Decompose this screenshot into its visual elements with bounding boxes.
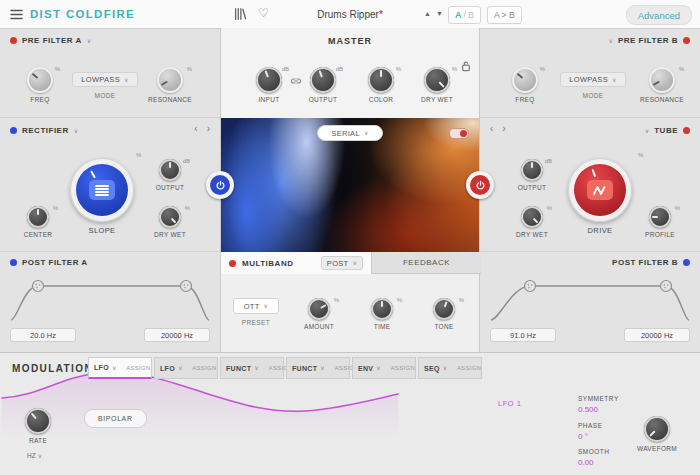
mod-tab-lfo-1[interactable]: LFO ∨ ASSIGN xyxy=(88,357,152,379)
post-filter-b-low-freq-value[interactable]: 91.0 Hz xyxy=(490,328,556,342)
knob-indicator xyxy=(32,73,39,79)
chevron-down-icon[interactable]: ∨ xyxy=(74,128,78,134)
tab-label: LFO xyxy=(160,365,175,372)
post-filter-a-low-freq-value[interactable]: 20.0 Hz xyxy=(10,328,76,342)
knob-indicator xyxy=(444,301,448,307)
phase-value[interactable]: 0 ° xyxy=(578,432,588,441)
mod-tab-seq[interactable]: SEQ ∨ ASSIGN xyxy=(418,357,482,379)
pre-filter-b-freq-knob[interactable] xyxy=(512,67,538,93)
fx-tone-knob[interactable] xyxy=(433,298,455,320)
mod-tab-lfo-2[interactable]: LFO ∨ ASSIGN xyxy=(154,357,218,379)
rate-unit-dropdown[interactable]: HZ ∨ xyxy=(27,452,42,459)
pre-filter-b-resonance-knob[interactable] xyxy=(649,67,675,93)
slope-knob[interactable] xyxy=(70,158,134,222)
slope-label: SLOPE xyxy=(62,226,142,235)
tube-power-button[interactable] xyxy=(466,171,494,199)
knob-indicator xyxy=(649,430,655,436)
main-menu-button[interactable] xyxy=(10,9,23,20)
chevron-down-icon[interactable]: ∨ xyxy=(87,38,91,44)
preset-name[interactable]: Drums Ripper* xyxy=(285,0,415,28)
assign-label[interactable]: ASSIGN xyxy=(192,365,216,371)
preset-prev-button[interactable]: ▲ xyxy=(424,10,431,17)
knob-indicator xyxy=(592,169,597,177)
knob-indicator xyxy=(320,304,326,309)
post-filter-a-curve-display[interactable] xyxy=(8,276,212,324)
pre-filter-a-resonance-knob[interactable] xyxy=(157,67,183,93)
multiband-tab[interactable]: MULTIBAND POST ∨ xyxy=(221,252,371,274)
routing-mode-dropdown[interactable]: SERIAL ∨ xyxy=(317,125,383,141)
master-drywet-knob[interactable] xyxy=(424,67,450,93)
fx-position-dropdown[interactable]: POST ∨ xyxy=(321,256,363,270)
chevron-down-icon[interactable]: ∨ xyxy=(609,38,613,44)
tube-output-knob[interactable] xyxy=(521,159,543,181)
rate-label: RATE xyxy=(29,437,47,444)
pre-filter-a-mode-dropdown[interactable]: LOWPASS ∨ xyxy=(72,72,138,87)
next-model-button[interactable]: › xyxy=(502,124,505,134)
high-freq-handle[interactable] xyxy=(661,281,672,292)
post-filter-b-high-freq-value[interactable]: 20000 Hz xyxy=(624,328,690,342)
master-color-knob[interactable] xyxy=(368,67,394,93)
post-filter-a-high-freq-value[interactable]: 20000 Hz xyxy=(144,328,210,342)
fx-preset-dropdown[interactable]: OTT ∨ xyxy=(233,298,279,314)
master-output-knob[interactable] xyxy=(310,67,336,93)
feedback-tab[interactable]: FEEDBACK xyxy=(371,252,481,274)
lfo-rate-knob[interactable] xyxy=(25,408,51,434)
pre-filter-a-freq-knob[interactable] xyxy=(27,67,53,93)
rectifier-center-knob[interactable] xyxy=(27,206,49,228)
tube-drywet-knob[interactable] xyxy=(521,206,543,228)
lfo-waveform-knob[interactable] xyxy=(644,416,670,442)
rectifier-panel: RECTIFIER ∨ ‹ › % SLOPE dB OUTPUT xyxy=(0,118,220,252)
next-model-button[interactable]: › xyxy=(207,124,210,134)
assign-label[interactable]: ASSIGN xyxy=(126,365,150,371)
prev-model-button[interactable]: ‹ xyxy=(490,124,493,134)
pre-filter-b-mode-dropdown[interactable]: LOWPASS ∨ xyxy=(560,72,626,87)
copy-a-to-b-button[interactable]: A > B xyxy=(487,6,522,24)
rectifier-power-button[interactable] xyxy=(206,171,234,199)
rectifier-power-dot[interactable] xyxy=(10,127,17,134)
drywet-lock-button[interactable] xyxy=(461,58,471,76)
bipolar-toggle[interactable]: BIPOLAR xyxy=(84,409,147,428)
assign-label[interactable]: ASSIGN xyxy=(457,365,481,371)
mod-tab-funct-2[interactable]: FUNCT ∨ ASSIGN xyxy=(286,357,350,379)
advanced-button[interactable]: Advanced xyxy=(626,5,692,25)
post-filter-a-power-dot[interactable] xyxy=(10,259,17,266)
prev-model-button[interactable]: ‹ xyxy=(194,124,197,134)
knob-indicator xyxy=(517,73,524,79)
mini-toggle[interactable] xyxy=(449,128,469,139)
mod-tab-env[interactable]: ENV ∨ ASSIGN xyxy=(352,357,416,379)
center-unit: % xyxy=(53,205,58,211)
symmetry-value[interactable]: 0.500 xyxy=(578,405,598,414)
high-freq-handle[interactable] xyxy=(181,281,192,292)
multiband-power-dot[interactable] xyxy=(229,260,236,267)
tube-power-dot[interactable] xyxy=(683,127,690,134)
mod-tab-funct-1[interactable]: FUNCT ∨ ASSIGN xyxy=(220,357,284,379)
fx-position-value: POST xyxy=(327,259,349,268)
chevron-down-icon[interactable]: ∨ xyxy=(645,128,649,134)
smooth-value[interactable]: 0.00 xyxy=(578,458,594,467)
fx-amount-knob[interactable] xyxy=(308,298,330,320)
master-input-knob[interactable] xyxy=(256,67,282,93)
post-filter-b-curve-display[interactable] xyxy=(488,276,692,324)
post-filter-b-power-dot[interactable] xyxy=(683,259,690,266)
low-freq-handle[interactable] xyxy=(525,281,536,292)
pre-filter-b-power-dot[interactable] xyxy=(683,37,690,44)
assign-label[interactable]: ASSIGN xyxy=(391,365,415,371)
rectifier-drywet-knob[interactable] xyxy=(159,206,181,228)
low-freq-handle[interactable] xyxy=(33,281,44,292)
color-unit: % xyxy=(396,66,401,72)
knob-indicator xyxy=(533,218,539,224)
fx-time-knob[interactable] xyxy=(371,298,393,320)
preset-browser-button[interactable] xyxy=(233,7,247,21)
favorite-button[interactable]: ♡ xyxy=(258,6,269,20)
preset-next-button[interactable]: ▼ xyxy=(436,10,443,17)
power-icon xyxy=(215,180,226,191)
rectifier-output-knob[interactable] xyxy=(159,159,181,181)
rectifier-drywet-block: % DRY WET xyxy=(146,206,194,238)
master-title: MASTER xyxy=(221,36,479,46)
pre-filter-a-power-dot[interactable] xyxy=(10,37,17,44)
ab-toggle[interactable]: A / B xyxy=(448,6,481,24)
plugin-window: DIST COLDFIRE ♡ Drums Ripper* ▲ ▼ A / B … xyxy=(0,0,700,475)
rectifier-output-block: dB OUTPUT xyxy=(146,159,194,191)
drive-knob[interactable] xyxy=(568,158,632,222)
tube-profile-knob[interactable] xyxy=(649,206,671,228)
